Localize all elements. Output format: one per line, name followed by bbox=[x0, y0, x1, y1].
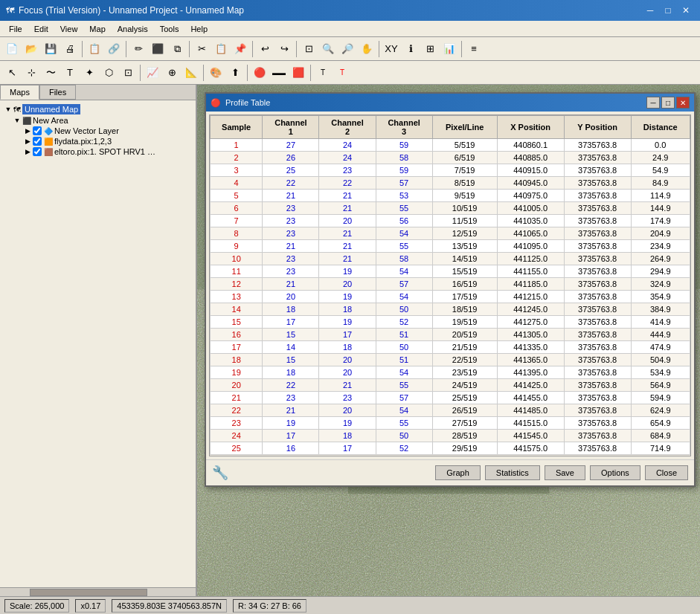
menu-view[interactable]: View bbox=[54, 23, 84, 35]
statistics-button[interactable]: Statistics bbox=[485, 465, 540, 480]
layer-checkbox-flydata[interactable] bbox=[33, 137, 42, 146]
link-button[interactable]: 🔗 bbox=[105, 40, 123, 58]
menu-edit[interactable]: Edit bbox=[28, 23, 54, 35]
dialog-close-btn[interactable]: ✕ bbox=[676, 97, 690, 109]
tree-layer-vector[interactable]: ▶ 🔷 New Vector Layer bbox=[1, 126, 194, 136]
table-row[interactable]: 2123235725/519441455.03735763.8594.9 bbox=[211, 392, 690, 404]
tree-layer-eltoro[interactable]: ▶ 🟫 eltoro.pix:1. SPOT HRV1 Panchn bbox=[1, 146, 194, 157]
table-row[interactable]: 2022215524/519441425.03735763.8564.9 bbox=[211, 379, 690, 392]
graph-button[interactable]: Graph bbox=[435, 465, 481, 480]
style-button[interactable]: ▬▬ bbox=[270, 64, 288, 82]
redo-button[interactable]: ↪ bbox=[275, 40, 293, 58]
expand-vector[interactable]: ▶ bbox=[22, 127, 33, 135]
print-button[interactable]: 🖨 bbox=[61, 40, 79, 58]
table-row[interactable]: 1615175120/519441305.03735763.8444.9 bbox=[211, 329, 690, 341]
line-button[interactable]: 〜 bbox=[42, 64, 60, 82]
expand-root[interactable]: ▼ bbox=[3, 106, 13, 113]
table-row[interactable]: 1517195219/519441275.03735763.8414.9 bbox=[211, 316, 690, 329]
layer-checkbox-vector[interactable] bbox=[33, 126, 42, 135]
open-button[interactable]: 📂 bbox=[22, 40, 40, 58]
expand-eltoro[interactable]: ▶ bbox=[22, 148, 33, 155]
table-row[interactable]: 921215513/519441095.03735763.8234.9 bbox=[211, 240, 690, 253]
map-area[interactable]: 🔴 Profile Table ─ □ ✕ Sample Channel1 bbox=[197, 85, 700, 596]
pan-button[interactable]: ✋ bbox=[358, 40, 376, 58]
expand-area[interactable]: ▼ bbox=[12, 117, 22, 124]
label2-btn[interactable]: T bbox=[333, 64, 351, 82]
menu-analysis[interactable]: Analysis bbox=[112, 23, 154, 35]
table-button[interactable]: ⊞ bbox=[421, 40, 439, 58]
cut-button[interactable]: ✂ bbox=[193, 40, 211, 58]
menu-tools[interactable]: Tools bbox=[154, 23, 185, 35]
select-button[interactable]: ↖ bbox=[3, 64, 21, 82]
table-row[interactable]: 823215412/519441065.03735763.8204.9 bbox=[211, 227, 690, 240]
table-row[interactable]: 32523597/519440915.03735763.854.9 bbox=[211, 164, 690, 177]
coords-button[interactable]: XY bbox=[382, 40, 400, 58]
menu-help[interactable]: Help bbox=[184, 23, 213, 35]
table-row[interactable]: 1714185021/519441335.03735763.8474.9 bbox=[211, 341, 690, 354]
label-btn[interactable]: T bbox=[314, 64, 332, 82]
table-row[interactable]: 42222578/519440945.03735763.884.9 bbox=[211, 177, 690, 190]
zoom-in-button[interactable]: 🔍 bbox=[319, 40, 337, 58]
new-button[interactable]: 📄 bbox=[3, 40, 21, 58]
tab-files[interactable]: Files bbox=[39, 85, 76, 100]
layers-button[interactable]: ⧉ bbox=[168, 40, 186, 58]
zoom-out-button[interactable]: 🔎 bbox=[338, 40, 356, 58]
table-row[interactable]: 1815205122/519441365.03735763.8504.9 bbox=[211, 354, 690, 366]
tree-area-item[interactable]: ▼ ⬛ New Area bbox=[1, 115, 194, 126]
save-table-button[interactable]: Save bbox=[545, 465, 585, 480]
zoom-extent-button[interactable]: ⊡ bbox=[300, 40, 318, 58]
dialog-minimize[interactable]: ─ bbox=[646, 97, 660, 109]
minimize-button[interactable]: ─ bbox=[642, 3, 658, 18]
info-button[interactable]: ℹ bbox=[402, 40, 420, 58]
table-row[interactable]: 1023215814/519441125.03735763.8264.9 bbox=[211, 253, 690, 265]
table-row[interactable]: 1123195415/519441155.03735763.8294.9 bbox=[211, 265, 690, 278]
raster-button[interactable]: 🎨 bbox=[207, 64, 225, 82]
table-row[interactable]: 12724595/519440860.13735763.80.0 bbox=[211, 139, 690, 152]
table-row[interactable]: 2319195527/519441515.03735763.8654.9 bbox=[211, 417, 690, 430]
help-icon[interactable]: 🔧 bbox=[212, 465, 228, 481]
close-button[interactable]: ✕ bbox=[678, 3, 694, 18]
maximize-button[interactable]: □ bbox=[660, 3, 676, 18]
table-row[interactable]: 1221205716/519441185.03735763.8324.9 bbox=[211, 278, 690, 291]
select2-button[interactable]: ⊡ bbox=[119, 64, 137, 82]
vector-button[interactable]: ⬛ bbox=[149, 40, 167, 58]
page-button[interactable]: 📋 bbox=[86, 40, 103, 58]
table-row[interactable]: 723205611/519441035.03735763.8174.9 bbox=[211, 215, 690, 227]
script-button[interactable]: ≡ bbox=[465, 40, 483, 58]
table-row[interactable]: 1918205423/519441395.03735763.8534.9 bbox=[211, 366, 690, 379]
sidebar-scrollbar[interactable] bbox=[0, 587, 196, 596]
table-row[interactable]: 22624586/519440885.03735763.824.9 bbox=[211, 152, 690, 164]
dialog-maximize[interactable]: □ bbox=[661, 97, 675, 109]
table-row[interactable]: 1320195417/519441215.03735763.8354.9 bbox=[211, 291, 690, 303]
tree-root[interactable]: ▼ 🗺 Unnamed Map bbox=[1, 103, 194, 115]
table-row[interactable]: 2417185028/519441545.03735763.8684.9 bbox=[211, 430, 690, 442]
edit-nodes-button[interactable]: ✦ bbox=[80, 64, 98, 82]
undo-button[interactable]: ↩ bbox=[256, 40, 274, 58]
tree-layer-flydata[interactable]: ▶ 🟧 flydata.pix:1,2,3 bbox=[1, 136, 194, 146]
profile-button[interactable]: 📈 bbox=[144, 64, 161, 82]
copy-button[interactable]: 📋 bbox=[212, 40, 230, 58]
table-row[interactable]: 52121539/519440975.03735763.8114.9 bbox=[211, 190, 690, 202]
layer-checkbox-eltoro[interactable] bbox=[33, 147, 42, 156]
options-button[interactable]: Options bbox=[590, 465, 640, 480]
menu-map[interactable]: Map bbox=[83, 23, 111, 35]
table-row[interactable]: 2516175229/519441575.03735763.8714.9 bbox=[211, 442, 690, 455]
tab-maps[interactable]: Maps bbox=[0, 85, 39, 100]
expand-flydata[interactable]: ▶ bbox=[22, 138, 33, 145]
new-area-label[interactable]: New Area bbox=[33, 116, 68, 125]
zoom-sel-button[interactable]: ⊕ bbox=[163, 64, 181, 82]
color1-button[interactable]: 🔴 bbox=[251, 64, 269, 82]
save-file-button[interactable]: 💾 bbox=[42, 40, 60, 58]
text-button[interactable]: T bbox=[61, 64, 79, 82]
unnamed-map-label[interactable]: Unnamed Map bbox=[22, 104, 80, 114]
measure-button[interactable]: 📐 bbox=[182, 64, 200, 82]
table-row[interactable]: 623215510/519441005.03735763.8144.9 bbox=[211, 202, 690, 215]
paste-button[interactable]: 📌 bbox=[231, 40, 249, 58]
profile-table-container[interactable]: Sample Channel1 Channel2 Channel3 Pixel/… bbox=[209, 114, 691, 456]
color2-button[interactable]: 🟥 bbox=[289, 64, 307, 82]
chart-button[interactable]: 📊 bbox=[440, 40, 458, 58]
draw-button[interactable]: ✏ bbox=[129, 40, 147, 58]
menu-file[interactable]: File bbox=[3, 23, 28, 35]
node-button[interactable]: ⊹ bbox=[22, 64, 40, 82]
table-row[interactable]: 2221205426/519441485.03735763.8624.9 bbox=[211, 404, 690, 417]
